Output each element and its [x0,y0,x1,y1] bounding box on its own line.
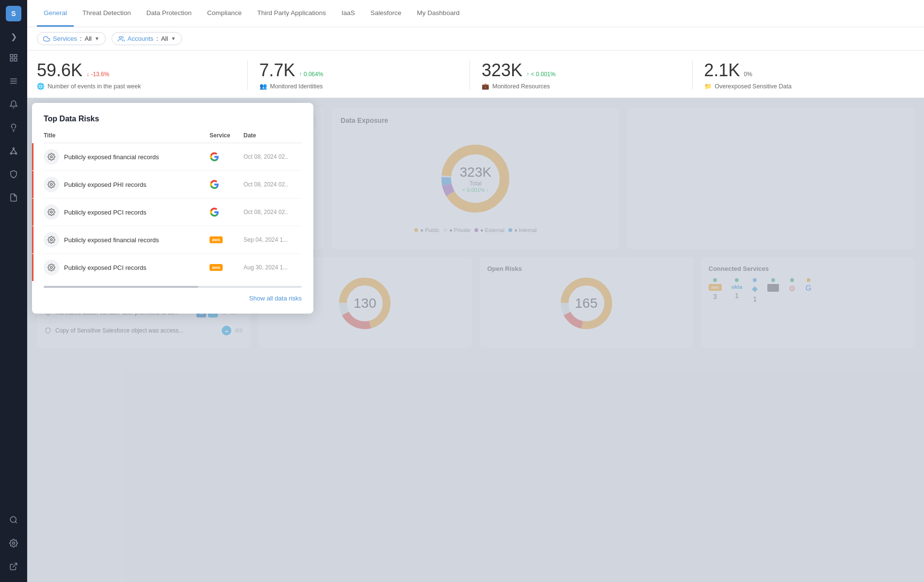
sidebar-icon-lightbulb[interactable] [4,118,23,137]
services-filter-value: : [80,35,82,42]
sidebar-icon-export[interactable] [4,557,23,576]
svg-point-17 [13,542,15,545]
stat-events-label: Number of events in the past week [48,83,141,90]
tab-iaas[interactable]: IaaS [335,0,362,27]
svg-point-9 [13,148,15,149]
stat-resources-change: ↑ < 0.001% [526,71,555,78]
show-all-data-risks-link[interactable]: Show all data risks [249,295,302,302]
tab-general[interactable]: General [37,0,74,27]
svg-point-52 [50,266,52,268]
risk-row-3[interactable]: Publicly exposed PCI records Oct 08, 202… [44,199,302,226]
risk-service-3 [210,207,243,217]
risk-row-1[interactable]: Publicly exposed financial records Oct 0… [44,143,302,171]
svg-point-50 [50,211,52,213]
content-area: Sensitive Data By Exposure Exposure: 3 S… [27,98,924,582]
main-content: General Threat Detection Data Protection… [27,0,924,582]
svg-point-18 [119,36,122,38]
accounts-icon [118,35,125,42]
svg-rect-3 [15,59,17,61]
globe-icon: 🌐 [37,83,45,90]
stat-identities-change: ↑ 0.064% [299,71,324,78]
aws-badge-5: aws [210,264,223,271]
accounts-filter-arrow: ▼ [171,36,176,41]
sidebar-icon-network[interactable] [4,141,23,161]
sidebar-toggle[interactable]: ❯ [8,29,20,44]
risk-service-2 [210,180,243,189]
aws-badge-4: aws [210,236,223,243]
tab-data-protection[interactable]: Data Protection [140,0,198,27]
risk-row-2[interactable]: Publicly exposed PHI records Oct 08, 202… [44,171,302,199]
sidebar-icon-list[interactable] [4,71,23,91]
risk-title-4: Publicly exposed financial records [64,236,210,244]
stat-identities: 7.7K ↑ 0.064% 👥 Monitored Identities [259,60,470,90]
sidebar-icon-dashboard[interactable] [4,48,23,67]
risk-icon-1 [44,149,59,165]
risk-row-4[interactable]: Publicly exposed financial records aws S… [44,226,302,254]
stat-identities-label: Monitored Identities [270,83,323,90]
risk-date-2: Oct 08, 2024 02.. [243,181,302,188]
svg-point-51 [50,239,52,241]
svg-line-16 [15,521,16,523]
risk-date-1: Oct 08, 2024 02.. [243,153,302,160]
risk-title-3: Publicly exposed PCI records [64,209,210,216]
risk-icon-2 [44,177,59,192]
svg-rect-1 [15,54,17,57]
risk-row-5[interactable]: Publicly exposed PCI records aws Aug 30,… [44,254,302,281]
modal-title: Top Data Risks [44,115,302,123]
accounts-filter[interactable]: Accounts : All ▼ [112,32,182,45]
tab-third-party[interactable]: Third Party Applications [250,0,333,27]
services-filter[interactable]: Services : All ▼ [37,32,106,45]
filters-bar: Services : All ▼ Accounts : All ▼ [27,27,924,50]
sidebar-icon-search[interactable] [4,510,23,530]
stats-row: 59.6K ↓ -13.6% 🌐 Number of events in the… [27,50,924,98]
scrollbar-thumb [44,286,198,288]
google-icon-2 [210,180,219,189]
stat-events-change: ↓ -13.6% [86,71,109,78]
risk-date-3: Oct 08, 2024 02.. [243,209,302,216]
tab-salesforce[interactable]: Salesforce [364,0,408,27]
google-icon-3 [210,207,219,217]
stat-events: 59.6K ↓ -13.6% 🌐 Number of events in the… [37,60,248,90]
sidebar-icon-alert[interactable] [4,95,23,114]
risk-title-5: Publicly exposed PCI records [64,264,210,271]
svg-line-12 [11,149,14,153]
tab-my-dashboard[interactable]: My Dashboard [410,0,467,27]
data-risks-modal: Top Data Risks Title Service Date Public… [32,103,313,314]
services-filter-label: Services [53,35,77,42]
sidebar-logo: S [6,6,21,21]
risks-table: Title Service Date Publicly exposed fina… [44,132,302,281]
stat-overexposed-label: Overexposed Sensitive Data [715,83,792,90]
accounts-filter-label: Accounts [128,35,153,42]
top-navigation: General Threat Detection Data Protection… [27,0,924,27]
risk-icon-5 [44,260,59,275]
stat-overexposed-number: 2.1K [704,60,740,81]
risk-service-4: aws [210,236,243,243]
google-icon-1 [210,152,219,162]
svg-point-15 [10,516,16,522]
svg-point-48 [50,156,52,158]
stat-resources: 323K ↑ < 0.001% 💼 Monitored Resources [482,60,693,90]
stat-events-number: 59.6K [37,60,82,81]
scrollbar [44,286,302,288]
svg-rect-0 [10,54,13,57]
stat-resources-number: 323K [482,60,522,81]
tab-compliance[interactable]: Compliance [200,0,248,27]
accounts-filter-value: All [161,35,168,42]
sidebar-icon-settings[interactable] [4,533,23,553]
services-filter-arrow: ▼ [95,36,99,41]
cloud-icon [43,35,50,42]
stat-identities-number: 7.7K [259,60,295,81]
risk-service-1 [210,152,243,162]
tab-threat-detection[interactable]: Threat Detection [76,0,138,27]
svg-rect-2 [10,59,13,61]
risk-title-2: Publicly exposed PHI records [64,181,210,188]
sidebar-icon-shield[interactable] [4,165,23,184]
svg-point-49 [50,183,52,185]
risk-date-5: Aug 30, 2024 1... [243,264,302,271]
services-filter-value-text: All [84,35,91,42]
risk-icon-4 [44,232,59,248]
col-title-header: Title [44,132,210,139]
stat-resources-label: Monitored Resources [492,83,550,90]
sidebar-icon-file[interactable] [4,188,23,207]
risk-title-1: Publicly exposed financial records [64,153,210,161]
